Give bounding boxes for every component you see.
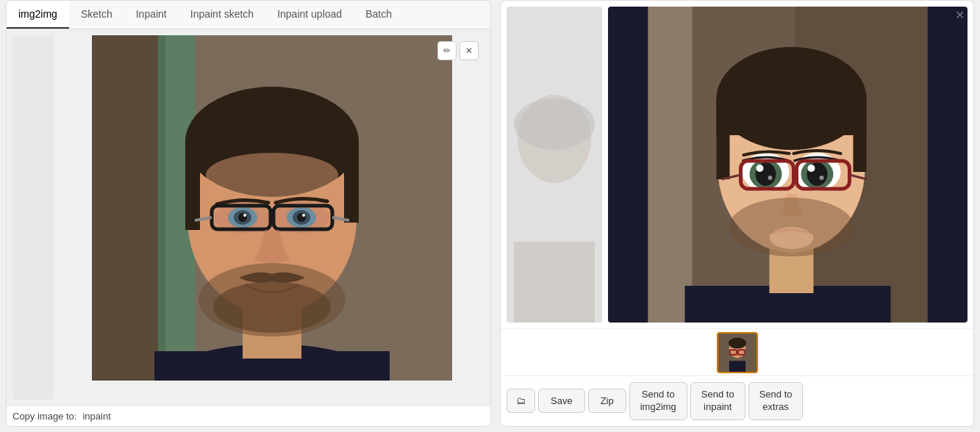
svg-rect-1 — [92, 35, 165, 381]
svg-point-28 — [213, 281, 331, 333]
svg-point-53 — [820, 176, 824, 180]
left-panel-body: ✏ ✕ — [7, 29, 490, 406]
send-img2img-label: Send toimg2img — [640, 389, 676, 414]
tab-bar: img2img Sketch Inpaint Inpaint sketch In… — [7, 1, 490, 29]
svg-rect-32 — [514, 242, 595, 323]
copy-label: Copy image to: — [12, 411, 76, 422]
tab-img2img[interactable]: img2img — [7, 1, 69, 29]
output-image-left — [507, 7, 602, 323]
svg-rect-43 — [854, 98, 867, 172]
zip-button[interactable]: Zip — [588, 389, 626, 413]
image-controls: ✏ ✕ — [437, 41, 479, 60]
svg-rect-64 — [729, 361, 745, 372]
svg-rect-41 — [717, 98, 867, 135]
svg-point-31 — [514, 98, 595, 150]
remove-image-button[interactable]: ✕ — [459, 41, 479, 60]
svg-rect-10 — [344, 142, 359, 223]
tab-sketch[interactable]: Sketch — [69, 1, 124, 29]
output-image-right — [608, 7, 968, 323]
save-button[interactable]: Save — [538, 389, 585, 413]
input-image — [60, 35, 484, 381]
tab-inpaint-sketch[interactable]: Inpaint sketch — [179, 1, 265, 29]
svg-point-11 — [206, 153, 338, 197]
inpaint-label: inpaint — [82, 411, 110, 422]
svg-point-63 — [728, 337, 745, 348]
tab-inpaint-upload[interactable]: Inpaint upload — [265, 1, 354, 29]
bottom-bar: Copy image to: inpaint — [7, 406, 490, 426]
folder-icon: 🗂 — [516, 395, 526, 406]
tab-batch[interactable]: Batch — [354, 1, 404, 29]
tab-inpaint[interactable]: Inpaint — [124, 1, 179, 29]
left-panel: img2img Sketch Inpaint Inpaint sketch In… — [6, 0, 491, 427]
thumbnail-1[interactable] — [717, 332, 758, 373]
right-panel: ✕ — [500, 0, 974, 427]
save-label: Save — [551, 395, 573, 406]
svg-point-60 — [770, 227, 814, 249]
send-extras-label: Send toextras — [759, 389, 793, 414]
send-to-inpaint-button[interactable]: Send toinpaint — [690, 382, 745, 420]
svg-rect-42 — [717, 98, 730, 179]
action-buttons: 🗂 Save Zip Send toimg2img Send toinpaint… — [501, 375, 973, 426]
output-left-svg — [507, 7, 602, 323]
edit-button[interactable]: ✏ — [437, 41, 457, 60]
output-right-svg — [608, 7, 968, 323]
main-content: img2img Sketch Inpaint Inpaint sketch In… — [0, 0, 980, 432]
thumbnail-image — [718, 334, 757, 372]
svg-point-21 — [302, 214, 305, 217]
send-to-img2img-button[interactable]: Send toimg2img — [629, 382, 687, 420]
svg-point-48 — [768, 176, 773, 180]
close-button[interactable]: ✕ — [951, 7, 968, 23]
svg-point-47 — [757, 165, 764, 172]
app-container: img2img Sketch Inpaint Inpaint sketch In… — [0, 0, 980, 432]
svg-point-52 — [808, 165, 815, 172]
svg-point-20 — [243, 214, 246, 217]
image-sidebar — [12, 35, 54, 400]
svg-rect-34 — [648, 7, 693, 323]
svg-rect-9 — [185, 142, 200, 230]
send-inpaint-label: Send toinpaint — [701, 389, 734, 414]
thumbnails-strip — [501, 328, 973, 375]
output-images-area — [501, 1, 973, 328]
input-image-container[interactable]: ✏ ✕ — [60, 35, 484, 400]
zip-label: Zip — [601, 395, 614, 406]
send-to-extras-button[interactable]: Send toextras — [748, 382, 804, 420]
folder-button[interactable]: 🗂 — [507, 389, 535, 413]
